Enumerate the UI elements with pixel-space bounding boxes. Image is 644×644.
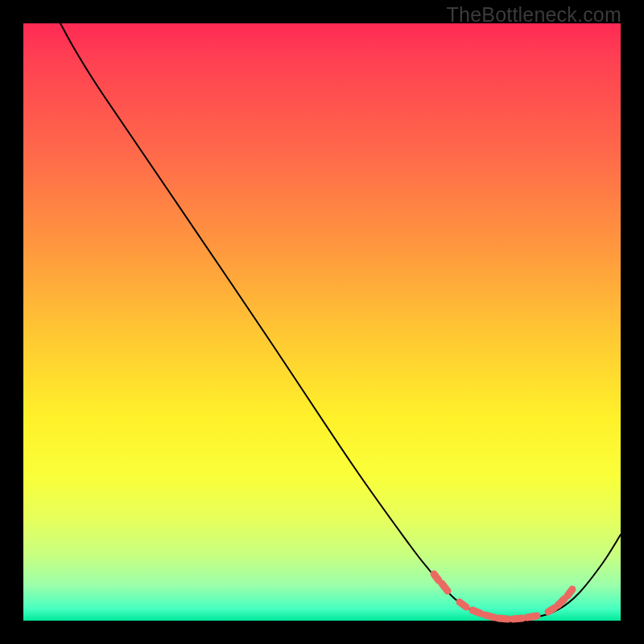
optimal-marker [498, 618, 508, 619]
optimal-marker [485, 615, 494, 617]
plot-area [23, 23, 621, 621]
optimal-marker [473, 610, 481, 613]
curve-layer [23, 23, 621, 621]
optimal-marker [548, 608, 555, 612]
optimal-marker [513, 618, 522, 619]
optimal-marker [527, 616, 537, 617]
optimal-marker [434, 574, 439, 580]
optimal-marker [460, 602, 466, 607]
optimal-marker [558, 599, 564, 605]
optimal-zone-markers [434, 574, 572, 619]
chart-frame: TheBottleneck.com [0, 0, 644, 644]
optimal-marker [442, 584, 448, 591]
optimal-marker [568, 589, 572, 596]
bottleneck-curve [60, 23, 621, 619]
